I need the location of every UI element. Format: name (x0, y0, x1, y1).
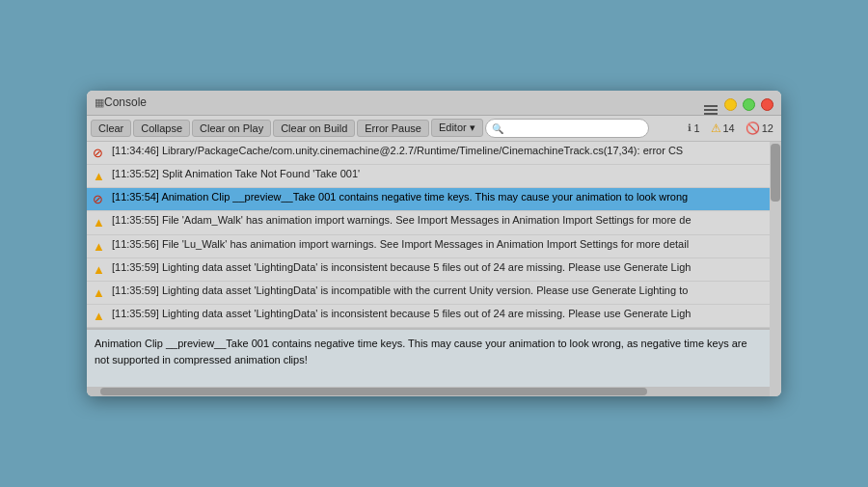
hamburger-menu[interactable] (704, 105, 718, 115)
log-row[interactable]: ▲[11:35:55] File 'Adam_Walk' has animati… (87, 211, 770, 234)
warning-count: 14 (723, 122, 735, 134)
log-text: [11:35:55] File 'Adam_Walk' has animatio… (112, 213, 764, 228)
horizontal-scrollbar[interactable] (87, 387, 770, 396)
window-title: Console (104, 95, 147, 109)
log-text: [11:35:54] Animation Clip __preview__Tak… (112, 190, 764, 204)
toolbar: Clear Collapse Clear on Play Clear on Bu… (87, 116, 781, 142)
search-input[interactable] (485, 119, 649, 138)
main-content: ⊘[11:34:46] Library/PackageCache/com.uni… (87, 142, 781, 397)
editor-dropdown-button[interactable]: Editor ▾ (431, 119, 483, 137)
title-bar: ▦ Console (87, 91, 781, 116)
badge-group: ℹ 1 ⚠ 14 🚫 12 (684, 121, 777, 136)
error-count: 12 (762, 122, 773, 134)
log-row[interactable]: ▲[11:35:59] Lighting data asset 'Lightin… (87, 258, 770, 282)
log-row[interactable]: ▲[11:35:59] Lighting data asset 'Lightin… (87, 282, 770, 305)
log-scroll-container: ⊘[11:34:46] Library/PackageCache/com.uni… (87, 142, 770, 397)
warning-icon: ⚠ (711, 122, 721, 135)
info-icon: ℹ (688, 122, 692, 133)
warning-icon: ▲ (93, 308, 108, 325)
scrollbar-thumb-vertical[interactable] (771, 144, 780, 202)
log-row[interactable]: ⊘[11:35:54] Animation Clip __preview__Ta… (87, 188, 770, 211)
error-icon: ⊘ (93, 191, 108, 208)
log-text: [11:35:59] Lighting data asset 'Lighting… (112, 260, 764, 275)
info-badge[interactable]: ℹ 1 (684, 122, 703, 135)
log-text: [11:34:46] Library/PackageCache/com.unit… (112, 144, 764, 158)
warning-icon: ▲ (93, 238, 108, 256)
log-area[interactable]: ⊘[11:34:46] Library/PackageCache/com.uni… (87, 142, 770, 330)
search-icon: 🔍 (492, 122, 503, 133)
console-icon: ▦ (95, 96, 104, 109)
clear-on-build-button[interactable]: Clear on Build (273, 120, 355, 137)
detail-area: Animation Clip __preview__Take 001 conta… (87, 329, 770, 387)
log-text: [11:35:56] File 'Lu_Walk' has animation … (112, 237, 764, 252)
collapse-button[interactable]: Collapse (133, 120, 190, 137)
log-row[interactable]: ▲[11:35:52] Split Animation Take Not Fou… (87, 165, 770, 188)
clear-button[interactable]: Clear (91, 120, 131, 137)
info-count: 1 (693, 122, 699, 134)
minimize-button[interactable] (724, 98, 737, 111)
warning-icon: ▲ (93, 261, 108, 279)
log-row[interactable]: ⊘[11:34:46] Library/PackageCache/com.uni… (87, 142, 770, 165)
log-row[interactable]: ▲[11:35:56] File 'Lu_Walk' has animation… (87, 235, 770, 258)
error-pause-button[interactable]: Error Pause (357, 120, 429, 137)
detail-text: Animation Clip __preview__Take 001 conta… (95, 338, 747, 365)
warning-icon: ▲ (93, 284, 108, 302)
error-badge[interactable]: 🚫 12 (742, 121, 777, 136)
search-wrapper: 🔍 (485, 119, 683, 138)
log-text: [11:35:52] Split Animation Take Not Foun… (112, 167, 764, 181)
log-text: [11:35:59] Lighting data asset 'Lighting… (112, 307, 764, 321)
warning-icon: ▲ (93, 214, 108, 231)
clear-on-play-button[interactable]: Clear on Play (192, 120, 271, 137)
log-text: [11:35:59] Lighting data asset 'Lighting… (112, 284, 764, 298)
traffic-lights (724, 98, 773, 111)
warning-icon: ▲ (93, 168, 108, 185)
close-button[interactable] (761, 98, 773, 111)
error-icon: 🚫 (746, 122, 760, 135)
warning-badge[interactable]: ⚠ 14 (707, 121, 739, 136)
error-icon: ⊘ (93, 145, 108, 162)
vertical-scrollbar[interactable] (770, 142, 781, 397)
maximize-button[interactable] (743, 98, 755, 111)
scrollbar-thumb-horizontal[interactable] (100, 388, 646, 395)
log-row[interactable]: ▲[11:35:59] Lighting data asset 'Lightin… (87, 305, 770, 328)
